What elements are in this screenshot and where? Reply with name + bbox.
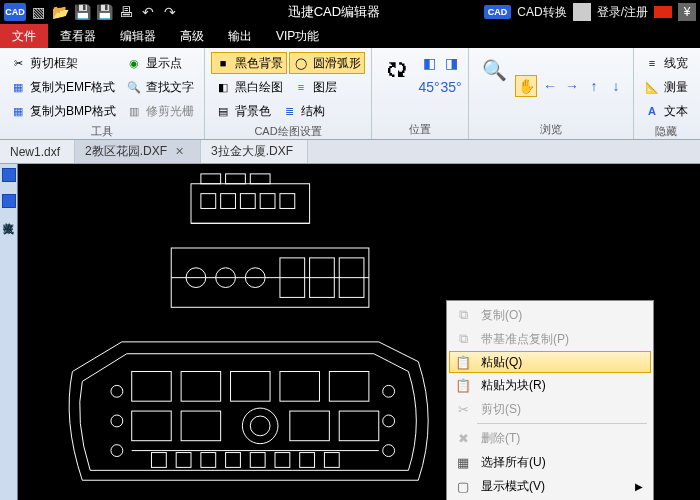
- trim-raster-button[interactable]: ▥修剪光栅: [122, 100, 198, 122]
- bw-draw-button[interactable]: ◧黑白绘图: [211, 76, 287, 98]
- svg-rect-22: [329, 372, 369, 402]
- svg-point-30: [111, 415, 123, 427]
- svg-rect-4: [201, 194, 216, 209]
- ribbon-group-tools: ✂剪切框架 ▦复制为EMF格式 ▦复制为BMP格式 ◉显示点 🔍查找文字 ▥修剪…: [0, 48, 205, 139]
- nav-left-icon[interactable]: ←: [539, 75, 561, 97]
- user-icon[interactable]: [573, 3, 591, 21]
- group-label-browse: 浏览: [475, 120, 627, 137]
- nav-right-icon[interactable]: →: [561, 75, 583, 97]
- pos-btn-3[interactable]: 45°: [418, 76, 440, 98]
- ribbon-group-hidden: ≡线宽 📐测量 A文本 隐藏: [634, 48, 698, 139]
- side-icon-1[interactable]: [2, 168, 16, 182]
- svg-rect-0: [191, 184, 310, 224]
- points-icon: ◉: [126, 55, 142, 71]
- copy-bmp-button[interactable]: ▦复制为BMP格式: [6, 100, 120, 122]
- menu-tabs: 文件 查看器 编辑器 高级 输出 VIP功能: [0, 24, 700, 48]
- print-icon[interactable]: 🖶: [116, 2, 136, 22]
- side-icon-2[interactable]: [2, 194, 16, 208]
- doc-tab-1[interactable]: 2教区花园.DXF✕: [75, 140, 201, 163]
- find-text-button[interactable]: 🔍查找文字: [122, 76, 198, 98]
- pos-btn-4[interactable]: 35°: [440, 76, 462, 98]
- undo-icon[interactable]: ↶: [138, 2, 158, 22]
- svg-point-26: [250, 416, 270, 436]
- open-icon[interactable]: 📂: [50, 2, 70, 22]
- tab-editor[interactable]: 编辑器: [108, 24, 168, 48]
- structure-button[interactable]: ≣结构: [277, 100, 329, 122]
- group-label-tools: 工具: [6, 122, 198, 139]
- tab-vip[interactable]: VIP功能: [264, 24, 331, 48]
- arc-icon: ◯: [293, 55, 309, 71]
- svg-rect-18: [132, 372, 172, 402]
- doc-tab-2[interactable]: 3拉金大厦.DXF: [201, 140, 308, 163]
- search-icon: 🔍: [126, 79, 142, 95]
- copy-emf-button[interactable]: ▦复制为EMF格式: [6, 76, 120, 98]
- tab-advanced[interactable]: 高级: [168, 24, 216, 48]
- bw-icon: ◧: [215, 79, 231, 95]
- nav-up-icon[interactable]: ↑: [583, 75, 605, 97]
- nav-down-icon[interactable]: ↓: [605, 75, 627, 97]
- svg-point-29: [111, 385, 123, 397]
- drawing-canvas[interactable]: ⧉复制(O) ⧉带基准点复制(P) 📋粘贴(Q) 📋粘贴为块(R) ✂剪切(S)…: [18, 164, 700, 500]
- ctx-paste-block[interactable]: 📋粘贴为块(R): [449, 373, 651, 397]
- ctx-copy-base: ⧉带基准点复制(P): [449, 327, 651, 351]
- show-points-button[interactable]: ◉显示点: [122, 52, 198, 74]
- ctx-cut: ✂剪切(S): [449, 397, 651, 421]
- workspace: 侧栏 收藏夹: [0, 164, 700, 500]
- titlebar: CAD ▧ 📂 💾 💾 🖶 ↶ ↷ 迅捷CAD编辑器 CAD CAD转换 登录/…: [0, 0, 700, 24]
- cut-icon: ✂: [453, 402, 473, 417]
- paste-block-icon: 📋: [453, 378, 473, 393]
- doc-tab-0[interactable]: New1.dxf: [0, 140, 75, 163]
- save-icon[interactable]: 💾: [72, 2, 92, 22]
- ctx-delete: ✖删除(T): [449, 426, 651, 450]
- ctx-select-all[interactable]: ▦选择所有(U): [449, 450, 651, 474]
- bg-color-button[interactable]: ▤背景色: [211, 100, 275, 122]
- cad-convert-button[interactable]: CAD转换: [517, 4, 566, 21]
- smooth-arc-button[interactable]: ◯圆滑弧形: [289, 52, 365, 74]
- text-button[interactable]: A文本: [640, 100, 692, 122]
- linewidth-button[interactable]: ≡线宽: [640, 52, 692, 74]
- pos-btn-1[interactable]: ◧: [418, 52, 440, 74]
- close-tab-icon[interactable]: ✕: [173, 145, 186, 158]
- paste-icon: 📋: [453, 355, 473, 370]
- svg-rect-37: [176, 453, 191, 468]
- rotate-icon: 🗘: [381, 54, 413, 86]
- svg-rect-23: [132, 411, 172, 441]
- delete-icon: ✖: [453, 431, 473, 446]
- svg-rect-27: [290, 411, 330, 441]
- saveall-icon[interactable]: 💾: [94, 2, 114, 22]
- measure-button[interactable]: 📐测量: [640, 76, 692, 98]
- flag-icon[interactable]: [654, 6, 672, 18]
- tab-file[interactable]: 文件: [0, 24, 48, 48]
- rotate-button[interactable]: 🗘: [378, 52, 416, 120]
- redo-icon[interactable]: ↷: [160, 2, 180, 22]
- submenu-arrow-icon: ▶: [635, 481, 643, 492]
- scissors-icon: ✂: [10, 55, 26, 71]
- layers-button[interactable]: ≡图层: [289, 76, 341, 98]
- pan-icon[interactable]: ✋: [515, 75, 537, 97]
- login-button[interactable]: 登录/注册: [597, 4, 648, 21]
- browse-zoom-button[interactable]: 🔍: [475, 52, 513, 120]
- crop-frame-button[interactable]: ✂剪切框架: [6, 52, 120, 74]
- ruler-icon: 📐: [644, 79, 660, 95]
- svg-rect-43: [324, 453, 339, 468]
- bgcolor-icon: ▤: [215, 103, 231, 119]
- svg-rect-1: [201, 174, 221, 184]
- black-bg-button[interactable]: ■黑色背景: [211, 52, 287, 74]
- titlebar-right: CAD CAD转换 登录/注册 ¥: [484, 3, 700, 21]
- svg-rect-7: [260, 194, 275, 209]
- currency-icon[interactable]: ¥: [678, 3, 696, 21]
- copy-base-icon: ⧉: [453, 331, 473, 347]
- ctx-paste[interactable]: 📋粘贴(Q): [449, 351, 651, 373]
- ctx-separator: [477, 423, 647, 424]
- document-tabs: New1.dxf 2教区花园.DXF✕ 3拉金大厦.DXF: [0, 140, 700, 164]
- pos-btn-2[interactable]: ◨: [440, 52, 462, 74]
- tab-output[interactable]: 输出: [216, 24, 264, 48]
- svg-rect-19: [181, 372, 221, 402]
- ctx-display-mode[interactable]: ▢显示模式(V)▶: [449, 474, 651, 498]
- new-icon[interactable]: ▧: [28, 2, 48, 22]
- svg-point-31: [111, 445, 123, 457]
- app-logo-icon[interactable]: CAD: [4, 3, 26, 21]
- svg-rect-40: [250, 453, 265, 468]
- tab-viewer[interactable]: 查看器: [48, 24, 108, 48]
- svg-point-32: [383, 385, 395, 397]
